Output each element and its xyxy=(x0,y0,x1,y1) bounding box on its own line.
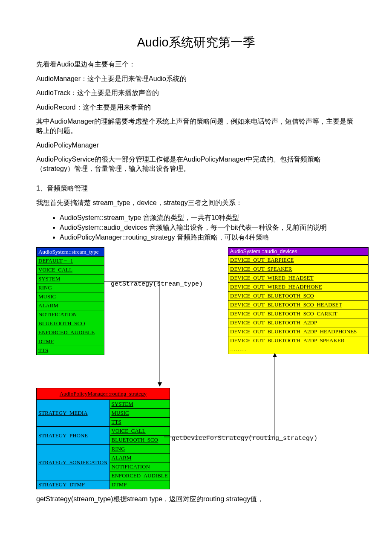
table-row: DEVICE_OUT_BLUETOOTH_A2DP xyxy=(228,318,369,327)
strategy-item: MUSIC xyxy=(110,409,170,418)
table-row: ALARM xyxy=(37,301,104,310)
intro-para4: AudioRecord：这个主要是用来录音的 xyxy=(36,103,356,112)
intro-para2: AudioManager：这个主要是用来管理Audio系统的 xyxy=(36,74,356,84)
bullet-item: AudioSystem::audio_devices 音频输入输出设备，每一个b… xyxy=(60,223,356,232)
diagram: AudioSystem::stream_type DEFAULT = -1 VO… xyxy=(36,247,373,490)
bottom-text: getStrategy(stream_type)根据stream type，返回… xyxy=(36,494,356,504)
table-row: TTS xyxy=(37,346,104,355)
table-row: DTMF xyxy=(37,337,104,346)
strategy-cell: STRATEGY_DTMF xyxy=(37,480,110,489)
table-row: DEFAULT = -1 xyxy=(37,257,104,266)
bullet-list: AudioSystem::stream_type 音频流的类型，一共有10种类型… xyxy=(51,213,356,243)
table-row: DEVICE_OUT_BLUETOOTH_A2DP_SPEAKER xyxy=(228,336,369,345)
strategy-item: TTS xyxy=(110,418,170,427)
table-row: BLUETOOTH_SCO xyxy=(37,319,104,328)
strategy-item: BLUETOOTH_SCO xyxy=(110,436,170,445)
routing-strategy-header: AudioPolicyManager::routing_strategy xyxy=(37,388,170,400)
intro-para3: AudioTrack：这个主要是用来播放声音的 xyxy=(36,88,356,98)
bullet-item: AudioPolicyManager::routing_strategy 音频路… xyxy=(60,232,356,242)
table-row: DEVICE_OUT_WIRED_HEADSET xyxy=(228,274,369,283)
strategy-item: RING xyxy=(110,445,170,454)
intro-para1: 先看看Audio里边有主要有三个： xyxy=(36,60,356,69)
table-row: VOICE_CALL xyxy=(37,266,104,275)
strategy-item: NOTIFICATION xyxy=(110,462,170,471)
table-row: DEVICE_OUT_BLUETOOTH_SCO_HEADSET xyxy=(228,301,369,309)
fn-getdevice: getDeviceForStrategy(routing_strategy) xyxy=(172,435,317,442)
stream-type-table: AudioSystem::stream_type DEFAULT = -1 VO… xyxy=(36,247,104,355)
strategy-cell: STRATEGY_PHONE xyxy=(37,427,110,445)
bullet-item: AudioSystem::stream_type 音频流的类型，一共有10种类型 xyxy=(60,213,356,223)
strategy-cell: STRATEGY_MEDIA xyxy=(37,400,110,427)
routing-strategy-table: AudioPolicyManager::routing_strategy STR… xyxy=(36,388,170,489)
strategy-item: ALARM xyxy=(110,454,170,462)
table-row: DEVICE_OUT_EARPIECE xyxy=(228,256,369,265)
table-row: MUSIC xyxy=(37,292,104,301)
apm-heading: AudioPolicyManager xyxy=(36,141,356,150)
table-row-dots: ……… xyxy=(228,345,369,354)
table-row: DEVICE_OUT_BLUETOOTH_SCO xyxy=(228,292,369,301)
table-row: DEVICE_OUT_WIRED_HEADPHONE xyxy=(228,283,369,292)
strategy-cell: STRATEGY_SONIFICATION xyxy=(37,445,110,480)
table-row: SYSTEM xyxy=(37,275,104,283)
strategy-item: ENFORCED_AUDIBLE xyxy=(110,471,170,480)
table-row: DEVICE_OUT_BLUETOOTH_SCO_CARKIT xyxy=(228,309,369,318)
table-row: NOTIFICATION xyxy=(37,310,104,319)
fn-getstrategy: getStrategy(stream_type) xyxy=(111,280,203,288)
table-row: ENFORCED_AUDIBLE xyxy=(37,328,104,337)
audio-devices-header: AudioSystem ::audio_devices xyxy=(228,248,369,256)
table-row: DEVICE_OUT_SPEAKER xyxy=(228,265,369,274)
intro-para5: 其中AudioManager的理解需要考虑整个系统上声音的策略问题，例如来电话铃… xyxy=(36,117,356,135)
strategy-item: SYSTEM xyxy=(110,400,170,409)
table-row: RING xyxy=(37,283,104,292)
table-row: DEVICE_OUT_BLUETOOTH_A2DP_HEADPHONES xyxy=(228,327,369,336)
strategy-item: VOICE_CALL xyxy=(110,427,170,436)
apm-desc: AudioPolicyService的很大一部分管理工作都是在AudioPoli… xyxy=(36,155,356,173)
section1-title: 1、音频策略管理 xyxy=(36,184,356,193)
strategy-item: DTMF xyxy=(110,480,170,489)
stream-type-header: AudioSystem::stream_type xyxy=(37,248,104,257)
audio-devices-table: AudioSystem ::audio_devices DEVICE_OUT_E… xyxy=(228,247,369,354)
page-title: Audio系统研究第一季 xyxy=(36,34,356,51)
section1-p1: 我想首先要搞清楚 stream_type，device，strategy三者之间… xyxy=(36,198,356,208)
